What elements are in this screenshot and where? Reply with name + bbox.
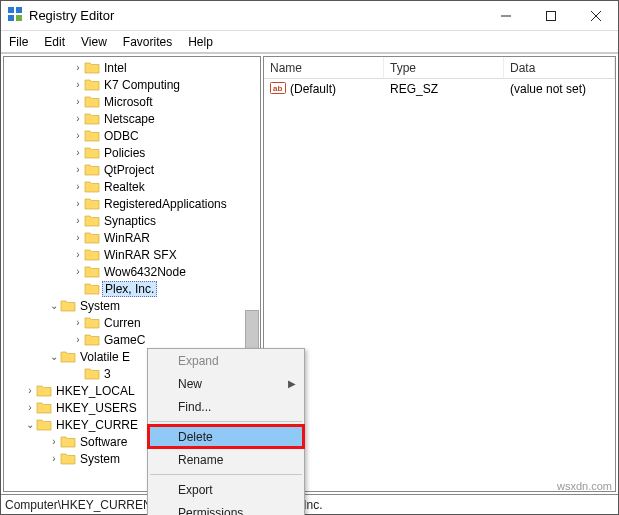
svg-rect-5 xyxy=(546,11,555,20)
tree-label: System xyxy=(78,299,120,313)
tree-item[interactable]: ›Policies xyxy=(4,144,260,161)
col-name[interactable]: Name xyxy=(264,57,384,78)
chevron-down-icon[interactable]: ⌄ xyxy=(48,300,60,311)
folder-icon xyxy=(60,434,76,450)
tree-item[interactable]: ⌄System xyxy=(4,297,260,314)
tree-label: Software xyxy=(78,435,127,449)
registry-editor-window: Registry Editor File Edit View Favorites… xyxy=(0,0,619,515)
content-area: ›Intel›K7 Computing›Microsoft›Netscape›O… xyxy=(1,53,618,494)
menu-file[interactable]: File xyxy=(1,33,36,51)
chevron-right-icon[interactable]: › xyxy=(72,232,84,243)
tree-item[interactable]: ›Synaptics xyxy=(4,212,260,229)
chevron-down-icon[interactable]: ⌄ xyxy=(48,351,60,362)
tree-item[interactable]: ›GameC xyxy=(4,331,260,348)
statusbar: Computer\HKEY_CURRENT_USER\SOFTWARE\Plex… xyxy=(1,494,618,514)
ctx-find[interactable]: Find... xyxy=(148,395,304,418)
folder-icon xyxy=(84,230,100,246)
context-menu: Expand New▶ Find... Delete Rename Export… xyxy=(147,348,305,515)
window-controls xyxy=(483,1,618,30)
tree-item[interactable]: ›Intel xyxy=(4,59,260,76)
list-row[interactable]: ab (Default) REG_SZ (value not set) xyxy=(264,79,615,99)
folder-icon xyxy=(84,179,100,195)
tree-item[interactable]: ›Curren xyxy=(4,314,260,331)
folder-icon xyxy=(36,400,52,416)
tree-label: HKEY_CURRE xyxy=(54,418,138,432)
chevron-right-icon[interactable]: › xyxy=(72,130,84,141)
tree-label: Plex, Inc. xyxy=(102,281,157,297)
value-data: (value not set) xyxy=(504,82,615,96)
tree-label: HKEY_USERS xyxy=(54,401,137,415)
tree-item[interactable]: ›Wow6432Node xyxy=(4,263,260,280)
tree-item[interactable]: ›Microsoft xyxy=(4,93,260,110)
minimize-button[interactable] xyxy=(483,1,528,30)
maximize-button[interactable] xyxy=(528,1,573,30)
ctx-separator xyxy=(150,421,302,422)
tree-item[interactable]: ›WinRAR SFX xyxy=(4,246,260,263)
tree-item[interactable]: ›Realtek xyxy=(4,178,260,195)
chevron-right-icon[interactable]: › xyxy=(72,113,84,124)
ctx-expand[interactable]: Expand xyxy=(148,349,304,372)
chevron-right-icon[interactable]: › xyxy=(72,164,84,175)
chevron-right-icon[interactable]: › xyxy=(72,215,84,226)
chevron-right-icon[interactable]: › xyxy=(72,266,84,277)
chevron-right-icon[interactable]: › xyxy=(72,249,84,260)
chevron-right-icon[interactable]: › xyxy=(72,317,84,328)
menu-view[interactable]: View xyxy=(73,33,115,51)
chevron-right-icon[interactable]: › xyxy=(48,436,60,447)
tree-label: Microsoft xyxy=(102,95,153,109)
folder-icon xyxy=(84,196,100,212)
tree-label: Synaptics xyxy=(102,214,156,228)
col-type[interactable]: Type xyxy=(384,57,504,78)
folder-icon xyxy=(84,145,100,161)
tree-label: RegisteredApplications xyxy=(102,197,227,211)
chevron-right-icon[interactable]: › xyxy=(48,453,60,464)
tree-item[interactable]: ›QtProject xyxy=(4,161,260,178)
ctx-delete[interactable]: Delete xyxy=(148,425,304,448)
values-pane[interactable]: Name Type Data ab (Default) REG_SZ (valu… xyxy=(263,56,616,492)
tree-item[interactable]: ›RegisteredApplications xyxy=(4,195,260,212)
chevron-right-icon[interactable]: › xyxy=(72,334,84,345)
ctx-rename[interactable]: Rename xyxy=(148,448,304,471)
tree-label: K7 Computing xyxy=(102,78,180,92)
svg-rect-0 xyxy=(8,7,14,13)
chevron-right-icon[interactable]: › xyxy=(72,79,84,90)
ctx-export[interactable]: Export xyxy=(148,478,304,501)
folder-icon xyxy=(84,332,100,348)
svg-text:ab: ab xyxy=(273,84,282,93)
tree-item[interactable]: ›ODBC xyxy=(4,127,260,144)
chevron-right-icon[interactable]: › xyxy=(72,62,84,73)
value-type: REG_SZ xyxy=(384,82,504,96)
value-name: (Default) xyxy=(290,82,336,96)
menu-edit[interactable]: Edit xyxy=(36,33,73,51)
col-data[interactable]: Data xyxy=(504,57,615,78)
folder-icon xyxy=(84,264,100,280)
watermark: wsxdn.com xyxy=(557,480,612,492)
tree-label: HKEY_LOCAL xyxy=(54,384,135,398)
chevron-right-icon[interactable]: › xyxy=(24,402,36,413)
ctx-new[interactable]: New▶ xyxy=(148,372,304,395)
chevron-right-icon[interactable]: › xyxy=(24,385,36,396)
folder-icon xyxy=(84,366,100,382)
tree-label: 3 xyxy=(102,367,111,381)
tree-item[interactable]: ›K7 Computing xyxy=(4,76,260,93)
chevron-right-icon[interactable]: › xyxy=(72,181,84,192)
folder-icon xyxy=(60,451,76,467)
close-button[interactable] xyxy=(573,1,618,30)
chevron-down-icon[interactable]: ⌄ xyxy=(24,419,36,430)
chevron-right-icon[interactable]: › xyxy=(72,198,84,209)
menu-favorites[interactable]: Favorites xyxy=(115,33,180,51)
folder-icon xyxy=(60,298,76,314)
tree-label: Realtek xyxy=(102,180,145,194)
titlebar: Registry Editor xyxy=(1,1,618,31)
folder-icon xyxy=(36,383,52,399)
tree-label: GameC xyxy=(102,333,145,347)
tree-item-selected[interactable]: ›Plex, Inc. xyxy=(4,280,260,297)
string-value-icon: ab xyxy=(270,80,286,99)
window-title: Registry Editor xyxy=(29,8,114,23)
ctx-permissions[interactable]: Permissions... xyxy=(148,501,304,515)
chevron-right-icon[interactable]: › xyxy=(72,96,84,107)
tree-item[interactable]: ›WinRAR xyxy=(4,229,260,246)
menu-help[interactable]: Help xyxy=(180,33,221,51)
tree-item[interactable]: ›Netscape xyxy=(4,110,260,127)
chevron-right-icon[interactable]: › xyxy=(72,147,84,158)
